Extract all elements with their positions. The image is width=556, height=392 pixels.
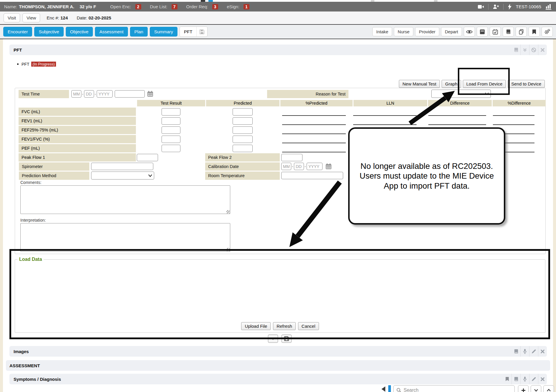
fvc-predicted-input[interactable]	[233, 108, 253, 116]
close-icon[interactable]	[538, 45, 547, 55]
close-icon[interactable]	[538, 346, 547, 357]
tab-assessment[interactable]: Assessment	[95, 27, 128, 37]
tab-encounter[interactable]: Encounter	[3, 27, 32, 37]
open-enc-counter[interactable]: Open Enc: 2	[110, 4, 141, 9]
comments-textarea[interactable]	[20, 185, 230, 214]
video-call-icon[interactable]	[478, 4, 484, 9]
new-manual-test-button[interactable]: New Manual Test	[399, 80, 440, 88]
fef-pct-predicted-line	[282, 134, 346, 134]
move-down-button[interactable]	[531, 385, 541, 392]
fev1-lln-line	[353, 124, 417, 125]
settings-gears-button[interactable]	[542, 27, 553, 37]
tab-plan[interactable]: Plan	[130, 27, 148, 37]
row-label: FVC (mL)	[19, 108, 136, 116]
add-user-icon[interactable]	[493, 4, 499, 9]
annotation-callout: No longer available as of RC202503. User…	[348, 127, 505, 225]
book-icon[interactable]	[511, 346, 520, 357]
view-button[interactable]: View	[22, 13, 40, 22]
order-req-counter[interactable]: Order Req: 3	[186, 4, 218, 9]
diagnosis-search-input[interactable]: Search	[393, 385, 515, 392]
provider-button[interactable]: Provider	[415, 27, 439, 36]
table-row-fvc: FVC (mL)	[15, 108, 545, 116]
calendar-icon[interactable]	[325, 163, 332, 171]
pft-status-link[interactable]: PFT	[22, 62, 29, 67]
bookmark-button[interactable]	[529, 27, 540, 37]
book-button[interactable]	[503, 27, 514, 37]
topbar-divider	[503, 4, 504, 10]
fev1-pct-predicted-line	[282, 124, 346, 125]
close-icon[interactable]	[538, 374, 547, 384]
bookmark-icon[interactable]	[503, 374, 511, 384]
depart-button[interactable]: Depart	[441, 27, 462, 36]
fev1fvc-predicted-input[interactable]	[233, 136, 253, 143]
spirometer-input[interactable]	[91, 163, 153, 170]
calendar-check-button[interactable]	[490, 27, 501, 37]
intake-button[interactable]: Intake	[372, 27, 392, 36]
in-progress-badge: (In Progress)	[31, 62, 56, 67]
edit-pencil-icon[interactable]	[529, 346, 538, 357]
lightning-icon[interactable]	[508, 4, 512, 10]
fev1fvc-pct-predicted-line	[282, 143, 346, 143]
peak-flow-1-label: Peak Flow 1	[19, 153, 136, 162]
tab-subjective[interactable]: Subjective	[34, 27, 63, 37]
previous-arrow-button[interactable]	[381, 386, 385, 392]
fvc-test-result-input[interactable]	[162, 108, 180, 116]
edit-pencil-icon[interactable]	[529, 374, 538, 384]
microphone-icon[interactable]	[520, 346, 529, 357]
col-pct-difference: %Difference	[493, 100, 546, 106]
pef-predicted-input[interactable]	[233, 145, 253, 152]
pef-test-result-input[interactable]	[162, 145, 180, 152]
add-diagnosis-button[interactable]	[518, 385, 529, 392]
row-label: FEV1 (mL)	[19, 117, 136, 125]
copy-pages-button[interactable]	[516, 27, 527, 37]
calibration-month-input[interactable]	[281, 163, 291, 170]
send-to-device-button[interactable]: Send to Device	[508, 80, 545, 88]
prediction-method-select[interactable]	[91, 172, 154, 179]
peak-flow-1-input[interactable]	[137, 154, 158, 161]
patient-age-sex: 32 y/o F	[80, 4, 96, 9]
tab-pft-active[interactable]: PFT	[180, 27, 208, 37]
interpretation-textarea[interactable]	[20, 223, 230, 252]
open-enc-badge[interactable]: 2	[135, 4, 141, 9]
test-time-input[interactable]	[115, 90, 145, 98]
calibration-year-input[interactable]	[307, 163, 323, 170]
fev1-test-result-input[interactable]	[162, 117, 180, 125]
visit-button[interactable]: Visit	[4, 13, 20, 22]
calendar-icon[interactable]	[147, 91, 153, 98]
interpretation-label: Interpretation:	[20, 218, 46, 223]
due-list-badge[interactable]: 7	[172, 4, 177, 9]
test-day-input[interactable]	[84, 90, 94, 98]
book-icon[interactable]	[511, 45, 520, 55]
move-up-button[interactable]	[543, 385, 554, 392]
esign-counter[interactable]: eSign: 1	[227, 4, 249, 9]
calibration-day-input[interactable]	[294, 163, 304, 170]
due-list-counter[interactable]: Due List: 7	[150, 4, 177, 9]
microphone-icon[interactable]	[520, 374, 529, 384]
assessment-section-header: ASSESSMENT	[6, 360, 550, 371]
resize-grip-icon[interactable]	[226, 210, 230, 213]
flowsheet-chart-icon[interactable]	[545, 4, 552, 10]
row-label: FEF25%-75% (mL)	[19, 126, 136, 134]
tab-summary[interactable]: Summary	[150, 27, 177, 37]
eye-preview-button[interactable]	[464, 27, 475, 37]
tab-objective[interactable]: Objective	[66, 27, 93, 37]
save-tab-icon[interactable]	[197, 29, 207, 34]
collapse-double-chevron-icon[interactable]	[520, 45, 529, 55]
fev1fvc-test-result-input[interactable]	[162, 136, 180, 143]
fev1-predicted-input[interactable]	[233, 117, 253, 125]
book-icon[interactable]	[511, 374, 520, 384]
test-month-input[interactable]	[71, 90, 81, 98]
fvc-pct-predicted-line	[282, 115, 346, 116]
date-dash: -	[82, 92, 83, 96]
disable-circle-slash-icon[interactable]	[529, 45, 538, 55]
archive-box-button[interactable]	[477, 27, 488, 37]
fev1-difference-line	[428, 124, 486, 125]
peak-flow-2-input[interactable]	[281, 154, 302, 161]
fef-predicted-input[interactable]	[233, 126, 253, 134]
fef-test-result-input[interactable]	[162, 126, 180, 134]
order-req-badge[interactable]: 3	[212, 4, 218, 9]
room-temperature-input[interactable]	[281, 172, 343, 179]
nurse-button[interactable]: Nurse	[394, 27, 413, 36]
esign-badge[interactable]: 1	[244, 4, 249, 9]
test-year-input[interactable]	[97, 90, 113, 98]
